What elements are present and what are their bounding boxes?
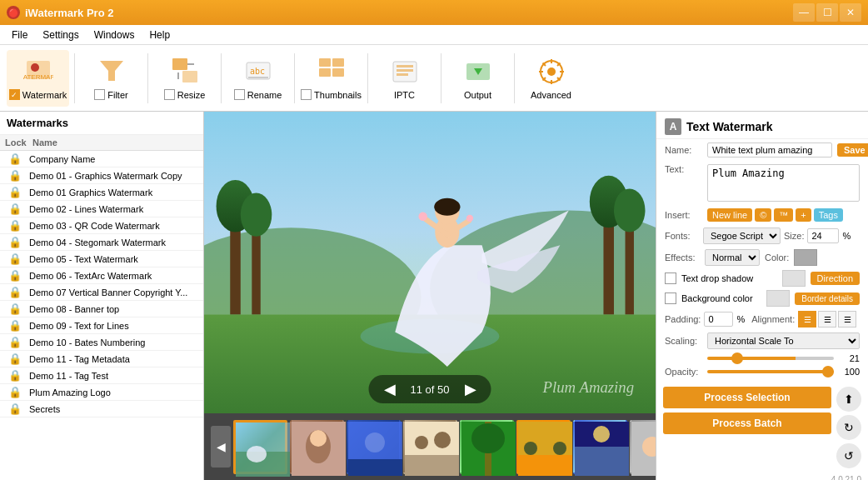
text-drop-shadow-checkbox[interactable] [665, 272, 676, 284]
filter-checkbox[interactable] [94, 89, 105, 100]
direction-button[interactable]: Direction [811, 272, 860, 285]
svg-rect-10 [248, 77, 268, 78]
list-item[interactable]: 🔒 Demo 07 Vertical Banner Copyright Y... [0, 284, 203, 301]
insert-tags-button[interactable]: Tags [814, 208, 843, 222]
menu-file[interactable]: File [5, 28, 34, 42]
thumbnail[interactable] [403, 420, 457, 474]
tool-resize[interactable]: Resize [153, 50, 216, 107]
save-button[interactable]: Save [837, 143, 868, 157]
list-item[interactable]: 🔒 Demo 05 - Text Watermark [0, 251, 203, 268]
thumbnail[interactable] [233, 420, 287, 474]
list-item[interactable]: 🔒 Demo 03 - QR Code Watermark [0, 218, 203, 234]
menu-help[interactable]: Help [142, 28, 177, 42]
list-item[interactable]: 🔒 Demo 02 - Lines Watermark [0, 201, 203, 218]
thumbnail[interactable] [290, 420, 344, 474]
list-item[interactable]: 🔒 Demo 06 - TextArc Watermark [0, 268, 203, 284]
background-color-checkbox[interactable] [665, 292, 676, 304]
lock-icon: 🔒 [8, 402, 22, 415]
svg-point-60 [365, 432, 385, 452]
tool-watermark[interactable]: WATERMARK Watermark [7, 50, 69, 107]
tool-rename[interactable]: abc Rename [227, 50, 289, 107]
svg-point-63 [415, 436, 428, 449]
scale-slider[interactable] [707, 357, 834, 360]
minimize-button[interactable]: — [793, 3, 815, 22]
list-item[interactable]: 🔒 Demo 01 Graphics Watermark [0, 184, 203, 201]
tool-advanced[interactable]: Advanced [520, 50, 582, 107]
watermarks-list[interactable]: 🔒 Company Name 🔒 Demo 01 - Graphics Wate… [0, 151, 203, 480]
scale-slider-row: 21 [656, 352, 868, 365]
svg-point-64 [434, 432, 451, 448]
align-center-button[interactable]: ☰ [818, 311, 836, 328]
list-item[interactable]: 🔒 Demo 11 - Tag Metadata [0, 351, 203, 368]
text-textarea[interactable]: Plum Amazing [707, 164, 860, 202]
list-item[interactable]: 🔒 Plum Amazing Logo [0, 384, 203, 401]
next-image-button[interactable]: ▶ [460, 378, 481, 400]
text-label: Text: [665, 164, 702, 174]
list-item[interactable]: 🔒 Secrets [0, 401, 203, 418]
thumbnails-checkbox[interactable] [301, 89, 312, 100]
thumbnail[interactable] [573, 420, 627, 474]
tool-thumbnails[interactable]: Thumbnails [300, 50, 362, 107]
tool-output[interactable]: Output [446, 50, 509, 107]
output-icon [463, 57, 493, 87]
close-button[interactable]: ✕ [840, 3, 861, 22]
lock-icon: 🔒 [8, 252, 22, 265]
copy-icon[interactable]: ↻ [836, 415, 861, 440]
image-area: Plum Amazing ◀ 11 of 50 ▶ [204, 112, 656, 413]
thumbs-prev-button[interactable]: ◀ [211, 426, 231, 468]
list-item[interactable]: 🔒 Demo 10 - Bates Numbering [0, 334, 203, 351]
effect-select[interactable]: Normal [705, 249, 760, 266]
resize-checkbox[interactable] [164, 89, 175, 100]
info-icon[interactable]: ↺ [836, 443, 861, 468]
process-selection-button[interactable]: Process Selection [663, 387, 831, 408]
lock-icon: 🔒 [8, 286, 22, 298]
title-bar-left: 🔴 iWatermark Pro 2 [7, 6, 113, 19]
text-drop-shadow-label: Text drop shadow [681, 273, 777, 283]
list-item[interactable]: 🔒 Demo 11 - Tag Test [0, 368, 203, 384]
svg-rect-62 [405, 455, 459, 476]
text-drop-shadow-color[interactable] [782, 270, 806, 287]
insert-plus-button[interactable]: + [796, 208, 811, 222]
rename-checkbox[interactable] [234, 89, 245, 100]
align-left-button[interactable]: ☰ [798, 311, 816, 328]
iptc-icon [390, 57, 420, 87]
toolbar: WATERMARK Watermark Filter [0, 45, 868, 112]
process-batch-button[interactable]: Process Batch [663, 412, 831, 434]
list-item[interactable]: 🔒 Demo 01 - Graphics Watermark Copy [0, 168, 203, 184]
insert-row: Insert: New line © ™ + Tags [656, 205, 868, 225]
size-input[interactable] [807, 228, 839, 243]
prev-image-button[interactable]: ◀ [379, 378, 401, 400]
align-right-button[interactable]: ☰ [838, 311, 856, 328]
opacity-label: Opacity: [665, 367, 702, 377]
share-icon[interactable]: ⬆ [836, 387, 861, 412]
border-details-button[interactable]: Border details [795, 292, 860, 305]
opacity-slider[interactable] [707, 370, 834, 373]
tool-iptc[interactable]: IPTC [373, 50, 436, 107]
thumbnail[interactable] [460, 420, 514, 474]
name-input[interactable] [707, 142, 832, 158]
col-lock-header: Lock [0, 135, 29, 150]
scaling-row: Scaling: Horizontal Scale To [656, 330, 868, 352]
thumbnail[interactable] [516, 420, 571, 474]
svg-point-71 [553, 442, 566, 455]
watermark-checkbox[interactable] [9, 89, 20, 100]
list-item[interactable]: 🔒 Company Name [0, 151, 203, 168]
tool-filter[interactable]: Filter [80, 50, 142, 107]
menu-settings[interactable]: Settings [36, 28, 85, 42]
list-item[interactable]: 🔒 Demo 09 - Text for Lines [0, 318, 203, 334]
maximize-button[interactable]: ☐ [816, 3, 838, 22]
list-item[interactable]: 🔒 Demo 04 - Stegomark Watermark [0, 234, 203, 251]
insert-copyright-button[interactable]: © [755, 208, 771, 222]
insert-trademark-button[interactable]: ™ [774, 208, 793, 222]
color-swatch[interactable] [794, 249, 817, 266]
list-item[interactable]: 🔒 Demo 08 - Banner top [0, 301, 203, 318]
menu-windows[interactable]: Windows [87, 28, 142, 42]
thumbnail[interactable] [630, 420, 656, 474]
padding-input[interactable] [704, 312, 733, 327]
insert-newline-button[interactable]: New line [707, 208, 752, 222]
scaling-select[interactable]: Horizontal Scale To [707, 332, 860, 349]
font-select[interactable]: Segoe Script [703, 228, 781, 244]
rp-header-title: Text Watermark [686, 120, 772, 133]
thumbnail[interactable] [347, 420, 401, 474]
background-color-swatch[interactable] [766, 290, 790, 307]
